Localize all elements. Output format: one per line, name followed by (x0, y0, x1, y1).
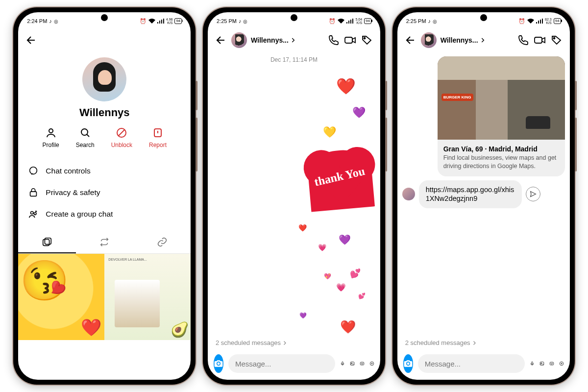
chat-controls-item[interactable]: Chat controls (28, 160, 181, 182)
svg-rect-12 (342, 362, 343, 364)
camera-notch (480, 14, 487, 21)
tab-reposts[interactable] (76, 232, 133, 253)
action-label: Unblock (111, 142, 132, 148)
message-input[interactable] (228, 354, 335, 373)
heart-icon: 💖 (324, 273, 331, 280)
action-label: Search (76, 142, 95, 148)
tag-icon[interactable] (361, 34, 373, 47)
heart-icon: 💜 (352, 106, 366, 119)
heart-icon: 💛 (323, 126, 336, 139)
card-title: Gran Vía, 69 · Madrid, Madrid (443, 145, 538, 153)
chat-body[interactable]: Gran Vía, 69 · Madrid, Madrid Find local… (397, 52, 570, 335)
heart-icon: 💗 (336, 283, 346, 292)
chevron-right-icon (471, 340, 477, 346)
heart-icon: 💗 (318, 244, 326, 251)
plus-icon[interactable] (559, 358, 564, 369)
tag-icon[interactable] (550, 34, 563, 47)
image-icon[interactable] (350, 358, 355, 369)
chat-icon (28, 166, 39, 176)
heart-icon: 💜 (339, 234, 351, 245)
profile-header: Willennys Profile Search Unblock Report (18, 52, 191, 155)
avatar[interactable] (421, 32, 437, 48)
streetview-image (438, 56, 565, 140)
camera-notch (101, 14, 108, 21)
wifi-icon (338, 19, 344, 24)
report-action[interactable]: Report (149, 127, 167, 148)
video-icon[interactable] (534, 34, 546, 47)
chevron-right-icon (290, 37, 296, 44)
media-thumb-emoji[interactable] (18, 254, 104, 340)
avatar[interactable] (231, 32, 247, 48)
call-icon[interactable] (517, 34, 530, 47)
svg-rect-24 (550, 362, 554, 365)
svg-point-26 (552, 363, 552, 364)
message-input-bar (397, 350, 570, 380)
heart-icon: 💕 (350, 268, 361, 279)
scheduled-banner[interactable]: 2 scheduled messages (397, 335, 570, 350)
svg-rect-19 (535, 37, 542, 43)
chat-title[interactable]: Willennys... (441, 36, 486, 44)
chat-body[interactable]: Dec 17, 11:14 PM ❤️ 💜 💛 thank You ❤️ 💜 💗… (208, 52, 380, 335)
location-card[interactable]: Gran Vía, 69 · Madrid, Madrid Find local… (438, 56, 565, 176)
message-input-bar (208, 350, 380, 380)
search-action[interactable]: Search (76, 127, 95, 148)
tab-media[interactable] (18, 232, 75, 253)
svg-point-4 (30, 167, 37, 174)
screen-chat-hearts: 2:25 PM♪◎ ⏰ 5.04K/S 94 Willennys... Dec … (208, 12, 380, 380)
chevron-right-icon (282, 340, 288, 346)
date-stamp: Dec 17, 11:14 PM (208, 52, 380, 67)
heart-icon: ❤️ (340, 319, 356, 335)
media-thumb-video[interactable]: DEVOLVER LA LLAMA... (104, 254, 191, 340)
phone-frame-1: 2:24 PM ♪ ◎ ⏰ 4.98K/S 94 Willennys (13, 7, 196, 385)
privacy-item[interactable]: Privacy & safety (28, 182, 181, 203)
back-icon[interactable] (404, 34, 417, 47)
url-message[interactable]: https://maps.app.goo.gl/xhis1XNw2degzjnn… (419, 180, 522, 209)
camera-button[interactable] (214, 354, 223, 373)
signal-icon (157, 19, 164, 24)
create-group-item[interactable]: Create a group chat (28, 203, 181, 225)
clock: 2:25 PM (217, 18, 237, 24)
svg-point-6 (31, 212, 34, 215)
screen-profile: 2:24 PM ♪ ◎ ⏰ 4.98K/S 94 Willennys (18, 12, 191, 380)
media-grid: DEVOLVER LA LLAMA... (18, 254, 191, 340)
sticker-icon[interactable] (549, 358, 554, 369)
sticker-icon[interactable] (360, 358, 365, 369)
camera-button[interactable] (403, 354, 413, 373)
image-icon[interactable] (539, 358, 544, 369)
heart-icon: 💜 (299, 312, 307, 319)
svg-rect-9 (45, 238, 51, 245)
call-icon[interactable] (327, 34, 340, 47)
svg-point-25 (551, 363, 551, 364)
instagram-icon: ◎ (54, 19, 58, 24)
svg-point-11 (364, 38, 365, 39)
action-label: Profile (43, 142, 59, 148)
back-icon[interactable] (215, 34, 227, 47)
back-icon[interactable] (25, 34, 38, 47)
tab-links[interactable] (133, 232, 191, 253)
unblock-action[interactable]: Unblock (111, 127, 132, 148)
svg-point-16 (361, 363, 362, 364)
svg-rect-21 (531, 362, 533, 364)
thank-you-sticker: thank You (306, 148, 375, 212)
profile-toolbar (18, 28, 191, 52)
profile-action[interactable]: Profile (43, 127, 59, 148)
lock-icon (28, 187, 39, 198)
svg-rect-13 (350, 362, 354, 366)
svg-point-0 (49, 129, 53, 133)
mic-icon[interactable] (340, 358, 345, 369)
svg-rect-10 (345, 37, 352, 43)
clock: 2:24 PM (27, 18, 47, 24)
heart-icon: ❤️ (298, 224, 307, 232)
avatar[interactable] (82, 57, 126, 101)
video-icon[interactable] (344, 34, 357, 47)
scheduled-banner[interactable]: 2 scheduled messages (208, 335, 380, 350)
group-add-icon (28, 209, 39, 220)
mic-icon[interactable] (530, 358, 535, 369)
message-input[interactable] (418, 354, 525, 373)
svg-point-17 (363, 363, 363, 364)
plus-icon[interactable] (369, 358, 374, 369)
svg-rect-5 (30, 192, 37, 196)
chat-toolbar: Willennys... (208, 28, 380, 52)
chat-title[interactable]: Willennys... (251, 36, 296, 44)
share-button[interactable] (526, 187, 540, 201)
